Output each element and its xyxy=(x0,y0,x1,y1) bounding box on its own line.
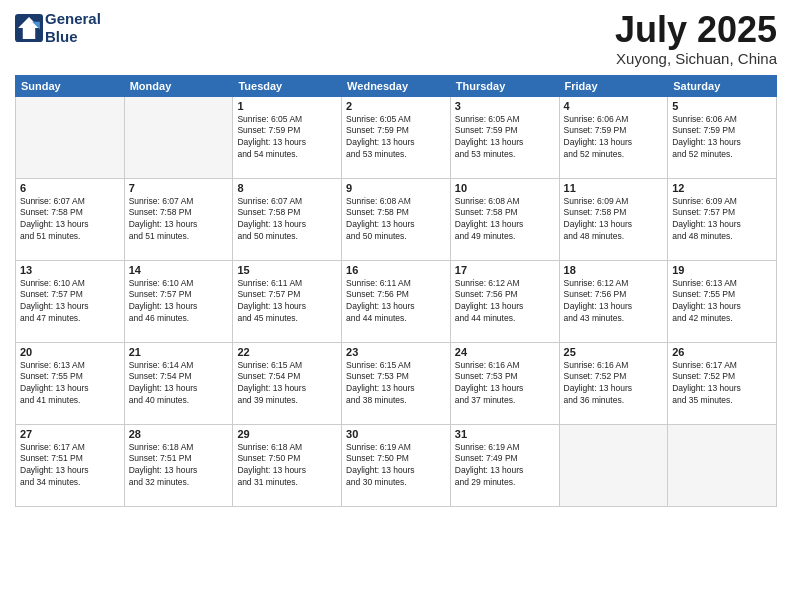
day-header-sunday: Sunday xyxy=(16,75,125,96)
day-number: 19 xyxy=(672,264,772,276)
calendar-cell: 5Sunrise: 6:06 AM Sunset: 7:59 PM Daylig… xyxy=(668,96,777,178)
calendar-cell: 30Sunrise: 6:19 AM Sunset: 7:50 PM Dayli… xyxy=(342,424,451,506)
calendar-cell: 20Sunrise: 6:13 AM Sunset: 7:55 PM Dayli… xyxy=(16,342,125,424)
calendar-cell: 3Sunrise: 6:05 AM Sunset: 7:59 PM Daylig… xyxy=(450,96,559,178)
day-number: 14 xyxy=(129,264,229,276)
day-info: Sunrise: 6:13 AM Sunset: 7:55 PM Dayligh… xyxy=(20,360,120,408)
calendar-cell xyxy=(668,424,777,506)
calendar-cell: 17Sunrise: 6:12 AM Sunset: 7:56 PM Dayli… xyxy=(450,260,559,342)
day-info: Sunrise: 6:12 AM Sunset: 7:56 PM Dayligh… xyxy=(455,278,555,326)
day-info: Sunrise: 6:07 AM Sunset: 7:58 PM Dayligh… xyxy=(20,196,120,244)
calendar-cell: 25Sunrise: 6:16 AM Sunset: 7:52 PM Dayli… xyxy=(559,342,668,424)
calendar-cell: 28Sunrise: 6:18 AM Sunset: 7:51 PM Dayli… xyxy=(124,424,233,506)
logo-icon xyxy=(15,14,43,42)
day-info: Sunrise: 6:08 AM Sunset: 7:58 PM Dayligh… xyxy=(346,196,446,244)
day-number: 18 xyxy=(564,264,664,276)
day-info: Sunrise: 6:15 AM Sunset: 7:54 PM Dayligh… xyxy=(237,360,337,408)
day-number: 6 xyxy=(20,182,120,194)
calendar-cell: 15Sunrise: 6:11 AM Sunset: 7:57 PM Dayli… xyxy=(233,260,342,342)
day-number: 2 xyxy=(346,100,446,112)
day-number: 28 xyxy=(129,428,229,440)
calendar-cell: 31Sunrise: 6:19 AM Sunset: 7:49 PM Dayli… xyxy=(450,424,559,506)
day-info: Sunrise: 6:06 AM Sunset: 7:59 PM Dayligh… xyxy=(672,114,772,162)
week-row-1: 1Sunrise: 6:05 AM Sunset: 7:59 PM Daylig… xyxy=(16,96,777,178)
day-info: Sunrise: 6:09 AM Sunset: 7:57 PM Dayligh… xyxy=(672,196,772,244)
calendar-table: SundayMondayTuesdayWednesdayThursdayFrid… xyxy=(15,75,777,507)
calendar-cell: 29Sunrise: 6:18 AM Sunset: 7:50 PM Dayli… xyxy=(233,424,342,506)
day-info: Sunrise: 6:09 AM Sunset: 7:58 PM Dayligh… xyxy=(564,196,664,244)
title-area: July 2025 Xuyong, Sichuan, China xyxy=(615,10,777,67)
calendar-cell: 26Sunrise: 6:17 AM Sunset: 7:52 PM Dayli… xyxy=(668,342,777,424)
calendar-cell: 10Sunrise: 6:08 AM Sunset: 7:58 PM Dayli… xyxy=(450,178,559,260)
day-number: 30 xyxy=(346,428,446,440)
logo-text: General Blue xyxy=(45,10,101,46)
day-header-saturday: Saturday xyxy=(668,75,777,96)
calendar-cell: 23Sunrise: 6:15 AM Sunset: 7:53 PM Dayli… xyxy=(342,342,451,424)
day-info: Sunrise: 6:16 AM Sunset: 7:52 PM Dayligh… xyxy=(564,360,664,408)
day-info: Sunrise: 6:11 AM Sunset: 7:57 PM Dayligh… xyxy=(237,278,337,326)
day-number: 31 xyxy=(455,428,555,440)
calendar-cell xyxy=(559,424,668,506)
day-number: 24 xyxy=(455,346,555,358)
calendar-cell xyxy=(16,96,125,178)
day-header-thursday: Thursday xyxy=(450,75,559,96)
day-info: Sunrise: 6:10 AM Sunset: 7:57 PM Dayligh… xyxy=(129,278,229,326)
day-number: 17 xyxy=(455,264,555,276)
logo: General Blue xyxy=(15,10,101,46)
calendar-cell: 8Sunrise: 6:07 AM Sunset: 7:58 PM Daylig… xyxy=(233,178,342,260)
month-title: July 2025 xyxy=(615,10,777,50)
day-info: Sunrise: 6:11 AM Sunset: 7:56 PM Dayligh… xyxy=(346,278,446,326)
day-number: 5 xyxy=(672,100,772,112)
week-row-5: 27Sunrise: 6:17 AM Sunset: 7:51 PM Dayli… xyxy=(16,424,777,506)
day-info: Sunrise: 6:07 AM Sunset: 7:58 PM Dayligh… xyxy=(237,196,337,244)
day-number: 21 xyxy=(129,346,229,358)
day-number: 4 xyxy=(564,100,664,112)
day-info: Sunrise: 6:13 AM Sunset: 7:55 PM Dayligh… xyxy=(672,278,772,326)
day-number: 9 xyxy=(346,182,446,194)
day-header-tuesday: Tuesday xyxy=(233,75,342,96)
day-number: 7 xyxy=(129,182,229,194)
day-number: 11 xyxy=(564,182,664,194)
day-number: 1 xyxy=(237,100,337,112)
day-header-wednesday: Wednesday xyxy=(342,75,451,96)
day-info: Sunrise: 6:18 AM Sunset: 7:50 PM Dayligh… xyxy=(237,442,337,490)
calendar-cell: 12Sunrise: 6:09 AM Sunset: 7:57 PM Dayli… xyxy=(668,178,777,260)
location: Xuyong, Sichuan, China xyxy=(615,50,777,67)
calendar-cell: 16Sunrise: 6:11 AM Sunset: 7:56 PM Dayli… xyxy=(342,260,451,342)
day-number: 26 xyxy=(672,346,772,358)
calendar-cell xyxy=(124,96,233,178)
day-info: Sunrise: 6:17 AM Sunset: 7:51 PM Dayligh… xyxy=(20,442,120,490)
calendar-cell: 14Sunrise: 6:10 AM Sunset: 7:57 PM Dayli… xyxy=(124,260,233,342)
calendar-cell: 19Sunrise: 6:13 AM Sunset: 7:55 PM Dayli… xyxy=(668,260,777,342)
day-info: Sunrise: 6:06 AM Sunset: 7:59 PM Dayligh… xyxy=(564,114,664,162)
calendar-cell: 2Sunrise: 6:05 AM Sunset: 7:59 PM Daylig… xyxy=(342,96,451,178)
calendar-cell: 7Sunrise: 6:07 AM Sunset: 7:58 PM Daylig… xyxy=(124,178,233,260)
calendar-cell: 24Sunrise: 6:16 AM Sunset: 7:53 PM Dayli… xyxy=(450,342,559,424)
day-number: 25 xyxy=(564,346,664,358)
day-info: Sunrise: 6:18 AM Sunset: 7:51 PM Dayligh… xyxy=(129,442,229,490)
calendar-cell: 13Sunrise: 6:10 AM Sunset: 7:57 PM Dayli… xyxy=(16,260,125,342)
day-info: Sunrise: 6:19 AM Sunset: 7:50 PM Dayligh… xyxy=(346,442,446,490)
day-header-monday: Monday xyxy=(124,75,233,96)
day-header-friday: Friday xyxy=(559,75,668,96)
day-info: Sunrise: 6:15 AM Sunset: 7:53 PM Dayligh… xyxy=(346,360,446,408)
days-header-row: SundayMondayTuesdayWednesdayThursdayFrid… xyxy=(16,75,777,96)
day-info: Sunrise: 6:12 AM Sunset: 7:56 PM Dayligh… xyxy=(564,278,664,326)
calendar-cell: 11Sunrise: 6:09 AM Sunset: 7:58 PM Dayli… xyxy=(559,178,668,260)
calendar-cell: 27Sunrise: 6:17 AM Sunset: 7:51 PM Dayli… xyxy=(16,424,125,506)
week-row-4: 20Sunrise: 6:13 AM Sunset: 7:55 PM Dayli… xyxy=(16,342,777,424)
day-number: 16 xyxy=(346,264,446,276)
day-info: Sunrise: 6:10 AM Sunset: 7:57 PM Dayligh… xyxy=(20,278,120,326)
day-info: Sunrise: 6:14 AM Sunset: 7:54 PM Dayligh… xyxy=(129,360,229,408)
calendar-cell: 1Sunrise: 6:05 AM Sunset: 7:59 PM Daylig… xyxy=(233,96,342,178)
day-info: Sunrise: 6:17 AM Sunset: 7:52 PM Dayligh… xyxy=(672,360,772,408)
calendar-cell: 18Sunrise: 6:12 AM Sunset: 7:56 PM Dayli… xyxy=(559,260,668,342)
day-number: 20 xyxy=(20,346,120,358)
week-row-3: 13Sunrise: 6:10 AM Sunset: 7:57 PM Dayli… xyxy=(16,260,777,342)
day-info: Sunrise: 6:08 AM Sunset: 7:58 PM Dayligh… xyxy=(455,196,555,244)
day-number: 23 xyxy=(346,346,446,358)
calendar-cell: 21Sunrise: 6:14 AM Sunset: 7:54 PM Dayli… xyxy=(124,342,233,424)
week-row-2: 6Sunrise: 6:07 AM Sunset: 7:58 PM Daylig… xyxy=(16,178,777,260)
day-number: 8 xyxy=(237,182,337,194)
day-info: Sunrise: 6:05 AM Sunset: 7:59 PM Dayligh… xyxy=(455,114,555,162)
